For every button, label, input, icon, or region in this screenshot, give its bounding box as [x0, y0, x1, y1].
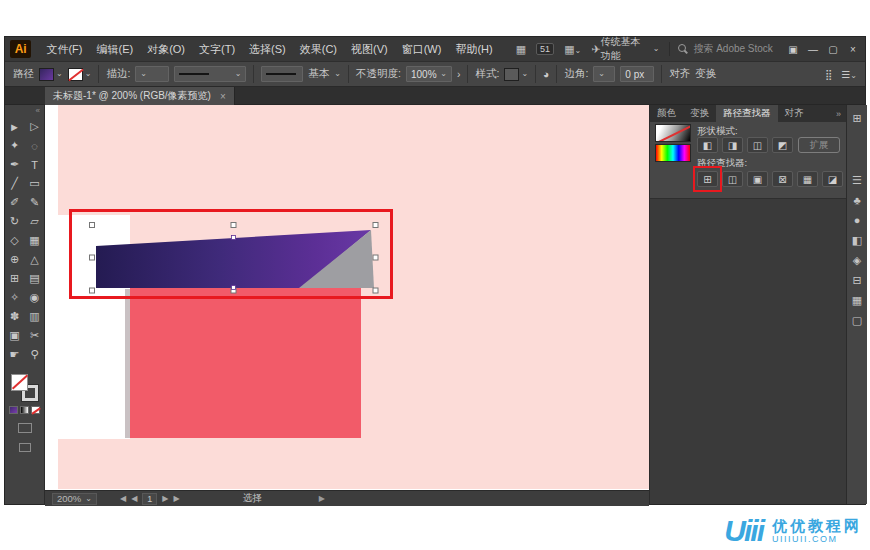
arrange-documents-icon[interactable]: ▦	[516, 43, 526, 56]
minimize-button[interactable]: —	[806, 44, 820, 55]
layers-panel-icon[interactable]: ▦	[847, 290, 867, 310]
fill-proxy-swatch[interactable]	[11, 374, 28, 391]
unite-button[interactable]: ◧	[697, 137, 718, 153]
recolor-artwork-icon[interactable]: ◕	[543, 68, 549, 80]
menu-view[interactable]: 视图(V)	[344, 42, 395, 57]
menu-object[interactable]: 对象(O)	[140, 42, 192, 57]
blend-tool[interactable]: ◉	[25, 288, 45, 307]
artboard-number[interactable]: 1	[142, 493, 157, 505]
artboard-tool[interactable]: ▣	[5, 326, 25, 345]
share-icon[interactable]: ✈	[591, 43, 600, 56]
document-layout-icon[interactable]: ▦⌄	[564, 43, 581, 56]
stroke-panel-icon[interactable]: ⊟	[847, 270, 867, 290]
rectangle-tool[interactable]: ▭	[25, 174, 45, 193]
tab-align[interactable]: 对齐	[778, 105, 811, 122]
shape-builder-tool[interactable]: ⊕	[5, 250, 25, 269]
zoom-dropdown[interactable]: 200% ⌄	[52, 493, 97, 505]
rotate-tool[interactable]: ↻	[5, 212, 25, 231]
color-button[interactable]	[9, 406, 18, 414]
gradient-button[interactable]	[20, 406, 29, 414]
caret-icon[interactable]: ⌄	[334, 70, 341, 78]
fill-stroke-proxy[interactable]	[11, 374, 38, 401]
tab-pathfinder[interactable]: 路径查找器	[716, 105, 778, 122]
menu-select[interactable]: 选择(S)	[242, 42, 293, 57]
style-swatch-dropdown[interactable]: ⌄	[504, 68, 528, 81]
direct-selection-tool[interactable]: ▷	[25, 117, 45, 136]
dock-icon[interactable]: ▣	[786, 44, 800, 55]
intersect-button[interactable]: ◫	[747, 137, 768, 153]
menu-edit[interactable]: 编辑(E)	[89, 42, 140, 57]
line-segment-tool[interactable]: ╱	[5, 174, 25, 193]
toolbar-collapse-button[interactable]: «	[5, 105, 44, 117]
pencil-tool[interactable]: ✎	[25, 193, 45, 212]
menu-file[interactable]: 文件(F)	[39, 42, 89, 57]
opacity-dropdown[interactable]: 100% ⌄	[406, 66, 452, 82]
first-artboard-button[interactable]: ◀	[120, 494, 126, 503]
lasso-tool[interactable]: ◌	[25, 136, 45, 155]
tabs-more-icon[interactable]: »	[830, 105, 847, 122]
paintbrush-tool[interactable]: ✐	[5, 193, 25, 212]
color-panel-icon[interactable]: ●	[847, 210, 867, 230]
restore-button[interactable]: ▢	[826, 44, 840, 55]
appearance-panel-icon[interactable]: ☰	[847, 170, 867, 190]
minus-front-button[interactable]: ◨	[722, 137, 743, 153]
canvas-area[interactable]	[45, 105, 649, 492]
transparency-panel-icon[interactable]: ◈	[847, 250, 867, 270]
type-tool[interactable]: T	[25, 155, 45, 174]
libraries-panel-icon[interactable]: ⊞	[847, 108, 867, 128]
exclude-button[interactable]: ◩	[772, 137, 793, 153]
hand-tool[interactable]: ☛	[5, 345, 25, 364]
selection-tool[interactable]: ►	[5, 117, 25, 136]
control-menu-icon[interactable]: ☰⌄	[841, 69, 857, 80]
expand-button[interactable]: 扩展	[798, 137, 840, 153]
gradient-ramp-swatch[interactable]	[655, 124, 691, 142]
grid-dots-icon[interactable]: ⣿	[825, 69, 832, 80]
trim-button[interactable]: ◫	[722, 171, 743, 187]
close-button[interactable]: ×	[846, 44, 860, 55]
tab-transform[interactable]: 变换	[683, 105, 716, 122]
width-profile-dropdown[interactable]: ⌄	[174, 66, 246, 82]
spectrum-swatch[interactable]	[655, 144, 691, 162]
align-button[interactable]: 对齐	[669, 67, 690, 81]
transform-button[interactable]: 变换	[695, 67, 716, 81]
menu-type[interactable]: 文字(T)	[192, 42, 242, 57]
stock-search-input[interactable]: 搜索 Adobe Stock	[678, 42, 777, 56]
menu-help[interactable]: 帮助(H)	[448, 42, 499, 57]
status-menu-arrow-icon[interactable]: ▶	[319, 494, 325, 503]
width-tool[interactable]: ◇	[5, 231, 25, 250]
brush-preview[interactable]	[261, 66, 303, 82]
pen-tool[interactable]: ✒	[5, 155, 25, 174]
workspace-switcher[interactable]: 传统基本功能 ⌄	[600, 35, 659, 63]
outline-button[interactable]: ▦	[797, 171, 818, 187]
column-graph-tool[interactable]: ▥	[25, 307, 45, 326]
swatches-panel-icon[interactable]: ♣	[847, 190, 867, 210]
minus-back-button[interactable]: ◪	[822, 171, 843, 187]
last-artboard-button[interactable]: ▶	[174, 494, 180, 503]
stroke-swatch[interactable]: ⌄	[68, 68, 92, 81]
artboards-panel-icon[interactable]: ▢	[847, 310, 867, 330]
eyedropper-tool[interactable]: ✧	[5, 288, 25, 307]
screen-mode-button[interactable]	[19, 443, 31, 452]
opacity-panel-arrow-icon[interactable]: ›	[457, 68, 461, 80]
menu-effect[interactable]: 效果(C)	[293, 42, 344, 57]
fill-swatch[interactable]: ⌄	[39, 68, 63, 81]
corner-radius-field[interactable]: 0 px	[620, 66, 654, 82]
menu-window[interactable]: 窗口(W)	[395, 42, 449, 57]
perspective-grid-tool[interactable]: △	[25, 250, 45, 269]
draw-modes-button[interactable]	[18, 423, 32, 433]
prev-artboard-button[interactable]: ◀	[131, 494, 137, 503]
document-tab[interactable]: 未标题-1* @ 200% (RGB/像素预览) ×	[45, 87, 235, 105]
none-button[interactable]	[31, 406, 40, 414]
stroke-weight-dropdown[interactable]: ⌄	[135, 66, 169, 82]
free-transform-tool[interactable]: ▦	[25, 231, 45, 250]
tab-color[interactable]: 颜色	[650, 105, 683, 122]
scale-tool[interactable]: ▱	[25, 212, 45, 231]
crop-button[interactable]: ⊠	[772, 171, 793, 187]
corner-type-dropdown[interactable]: ⌄	[593, 66, 615, 82]
gradient-panel-icon[interactable]: ◧	[847, 230, 867, 250]
next-artboard-button[interactable]: ▶	[162, 494, 168, 503]
magic-wand-tool[interactable]: ✦	[5, 136, 25, 155]
salmon-rectangle-object[interactable]	[130, 287, 361, 438]
zoom-tool[interactable]: ⚲	[25, 345, 45, 364]
gradient-tool[interactable]: ▤	[25, 269, 45, 288]
